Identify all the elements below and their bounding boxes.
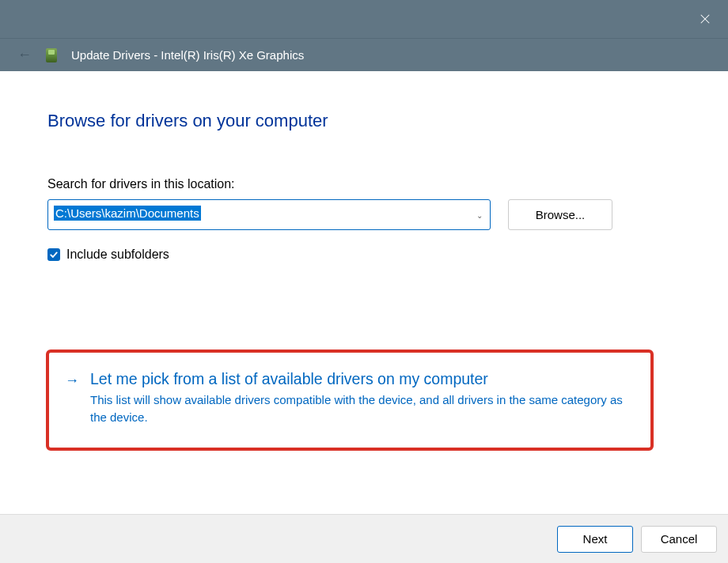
include-subfolders-row[interactable]: Include subfolders bbox=[47, 247, 681, 262]
cancel-button[interactable]: Cancel bbox=[641, 526, 717, 553]
browse-button[interactable]: Browse... bbox=[508, 199, 612, 230]
window-title: Update Drivers - Intel(R) Iris(R) Xe Gra… bbox=[71, 48, 304, 62]
page-heading: Browse for drivers on your computer bbox=[47, 111, 681, 131]
pick-from-list-title[interactable]: Let me pick from a list of available dri… bbox=[90, 370, 635, 388]
include-subfolders-checkbox[interactable] bbox=[47, 248, 60, 261]
close-button[interactable] bbox=[693, 7, 717, 31]
pick-from-list-option[interactable]: → Let me pick from a list of available d… bbox=[46, 350, 654, 451]
pick-from-list-description: This list will show available drivers co… bbox=[90, 391, 635, 426]
arrow-right-icon: → bbox=[65, 372, 79, 389]
titlebar-second: ← Update Drivers - Intel(R) Iris(R) Xe G… bbox=[0, 38, 728, 71]
footer-bar: Next Cancel bbox=[0, 514, 728, 563]
search-location-label: Search for drivers in this location: bbox=[47, 177, 681, 191]
path-row: C:\Users\kazim\Documents ⌄ Browse... bbox=[47, 199, 681, 230]
path-combobox[interactable]: C:\Users\kazim\Documents ⌄ bbox=[47, 199, 491, 230]
device-icon bbox=[46, 48, 57, 62]
content-area: Browse for drivers on your computer Sear… bbox=[0, 71, 728, 514]
titlebar-top bbox=[0, 0, 728, 38]
next-button[interactable]: Next bbox=[557, 526, 633, 553]
include-subfolders-label: Include subfolders bbox=[66, 247, 169, 262]
back-arrow-icon[interactable]: ← bbox=[17, 47, 32, 63]
path-input[interactable] bbox=[47, 199, 491, 230]
